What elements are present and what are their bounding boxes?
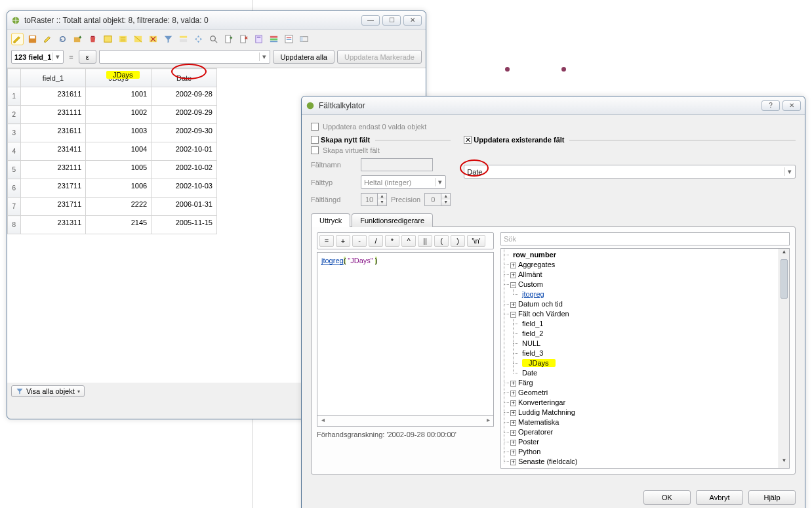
close-button[interactable]: ✕ [403,15,422,26]
op-button[interactable]: || [418,235,432,247]
cell[interactable]: 231611 [20,124,86,142]
fieldtype-combo: Heltal (integer)▾ [361,175,446,189]
cell[interactable]: 1004 [86,142,152,161]
new-column-icon[interactable] [222,33,235,45]
row-header[interactable]: 6 [8,179,21,198]
op-button[interactable]: '\n' [467,235,485,247]
reload-icon[interactable] [56,33,69,45]
expression-input[interactable]: ▾ [99,50,271,64]
cell[interactable]: 231711 [20,179,86,198]
cell[interactable]: 2145 [86,216,152,234]
op-button[interactable]: ^ [401,235,416,247]
cell[interactable]: 231611 [20,87,86,106]
op-button[interactable]: - [352,235,367,247]
op-button[interactable]: + [336,235,350,247]
row-header[interactable]: 8 [8,216,21,234]
dock-icon[interactable] [298,33,310,45]
column-header[interactable]: field_1 [20,69,86,87]
pencil-icon[interactable] [41,33,54,45]
toggle-edit-icon[interactable] [11,33,24,45]
row-header[interactable]: 4 [8,142,21,161]
cell[interactable]: 2222 [86,198,152,216]
function-search-input[interactable]: Sök [500,232,790,245]
ok-button[interactable]: OK [643,490,691,505]
op-button[interactable]: ( [434,235,449,247]
svg-rect-23 [300,37,303,42]
svg-rect-3 [74,37,80,43]
form-view-icon[interactable] [283,33,295,45]
maximize-button[interactable]: ☐ [382,15,401,26]
delete-column-icon[interactable] [237,33,250,45]
titlebar[interactable]: Fältkalkylator ? ✕ [302,96,805,115]
cell[interactable]: 231111 [20,106,86,124]
deselect-icon[interactable] [147,33,159,45]
delete-selected-icon[interactable] [87,33,99,45]
titlebar[interactable]: toRaster :: Totalt antal objekt: 8, filt… [7,11,426,30]
cell[interactable]: 2005-11-15 [152,216,217,234]
update-selected-button: Uppdatera Markerade [337,50,422,64]
show-all-features-button[interactable]: Visa alla objekt▾ [11,385,85,397]
v-scrollbar[interactable]: ▲▼ [779,249,789,468]
op-button[interactable]: ) [451,235,465,247]
row-header[interactable]: 5 [8,161,21,179]
cell[interactable]: 2002-09-28 [152,87,217,106]
help-button[interactable]: Hjälp [748,490,796,505]
invert-selection-icon[interactable] [132,33,144,45]
cell[interactable]: 1006 [86,179,152,198]
minimize-button[interactable]: — [361,15,380,26]
svg-rect-5 [104,36,112,42]
cell[interactable]: 2002-09-30 [152,124,217,142]
help-button[interactable]: ? [761,100,780,111]
expression-editor[interactable]: jtogreg( "JDays" ) [317,252,494,416]
pan-to-icon[interactable] [192,33,205,45]
conditional-format-icon[interactable] [268,33,280,45]
cell[interactable]: 231411 [20,142,86,161]
cell[interactable]: 2002-09-29 [152,106,217,124]
target-field-combo[interactable]: Date▾ [464,165,796,179]
select-all-icon[interactable] [117,33,129,45]
cancel-button[interactable]: Avbryt [696,490,743,505]
update-all-button[interactable]: Uppdatera alla [273,50,335,64]
zoom-to-icon[interactable] [207,33,220,45]
quick-field-calc-bar: 123 field_1▾ = ε ▾ Uppdatera alla Uppdat… [7,49,426,68]
close-button[interactable]: ✕ [782,100,801,111]
cell[interactable]: 1005 [86,161,152,179]
update-existing-checkbox[interactable]: ✕ [464,136,472,144]
cell[interactable]: 2002-10-03 [152,179,217,198]
add-feature-icon[interactable] [71,33,84,45]
field-calc-icon[interactable] [253,33,265,45]
function-tree[interactable]: row_number +Aggregates +Allmänt −Custom … [500,248,790,469]
row-header[interactable]: 7 [8,198,21,216]
svg-rect-15 [257,37,261,38]
cell[interactable]: 231311 [20,216,86,234]
h-scrollbar[interactable]: ◂▸ [317,416,494,427]
jdays-highlight: JDays [106,71,140,79]
select-expr-icon[interactable] [102,33,114,45]
op-button[interactable]: / [369,235,383,247]
field-select-combo[interactable]: 123 field_1▾ [11,50,64,64]
cell[interactable]: 231711 [20,198,86,216]
tab-function-editor[interactable]: Funktionsredigerare [352,213,433,227]
cell[interactable]: 1002 [86,106,152,124]
svg-rect-20 [287,37,292,38]
precision-spinner: ▲▼ [424,193,451,206]
filter-icon[interactable] [162,33,174,45]
column-header[interactable]: Date [152,69,217,87]
save-edits-icon[interactable] [26,33,39,45]
row-header[interactable]: 3 [8,124,21,142]
cell[interactable]: 2002-10-01 [152,142,217,161]
create-new-field-checkbox[interactable] [311,136,319,144]
op-button[interactable]: * [385,235,399,247]
cell[interactable]: 2006-01-31 [152,198,217,216]
row-header[interactable]: 1 [8,87,21,106]
row-header[interactable]: 2 [8,106,21,124]
cell[interactable]: 2002-10-02 [152,161,217,179]
cell[interactable]: 232111 [20,161,86,179]
tab-expression[interactable]: Uttryck [311,213,350,227]
cell[interactable]: 1003 [86,124,152,142]
expression-dialog-button[interactable]: ε [79,50,96,64]
cell[interactable]: 1001 [86,87,152,106]
tree-item-jtogreg: jtogreg [522,290,544,298]
op-button[interactable]: = [319,235,334,247]
move-top-icon[interactable] [177,33,190,45]
